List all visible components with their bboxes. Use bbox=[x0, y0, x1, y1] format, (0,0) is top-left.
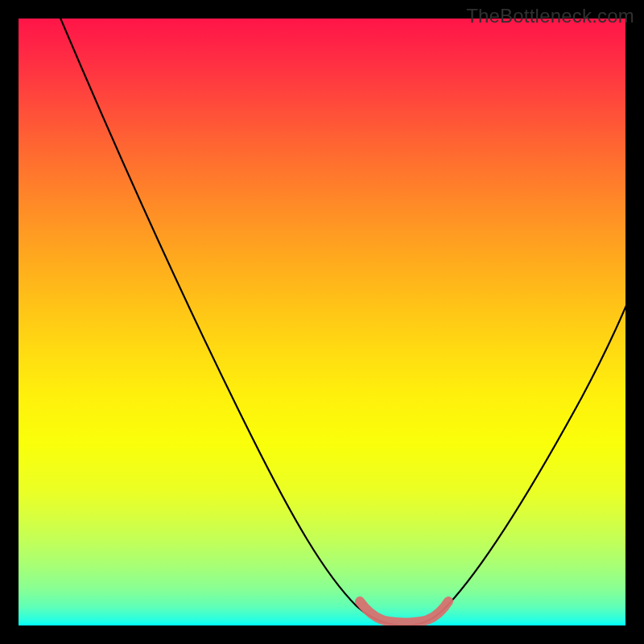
curve-layer bbox=[19, 19, 625, 625]
bottleneck-curve bbox=[57, 19, 625, 625]
gradient-plot-area bbox=[19, 19, 625, 625]
chart-canvas: TheBottleneck.com bbox=[0, 0, 644, 644]
attribution-label: TheBottleneck.com bbox=[466, 5, 634, 27]
optimal-band-marker bbox=[360, 601, 448, 623]
